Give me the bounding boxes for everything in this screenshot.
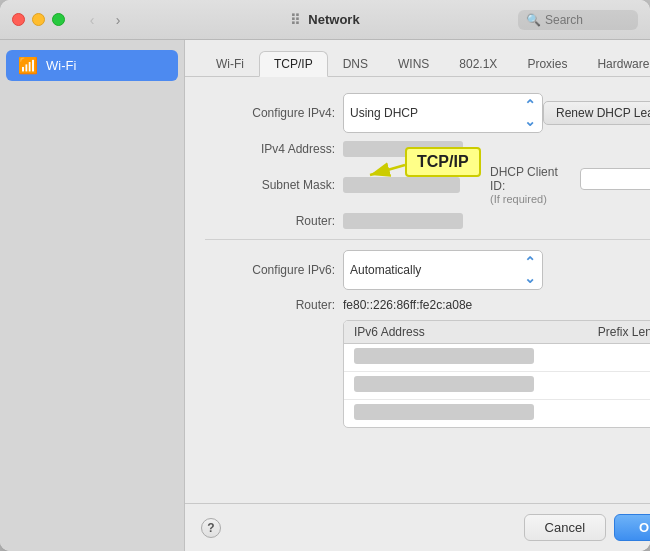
search-bar[interactable]: 🔍 xyxy=(518,10,638,30)
tab-dns[interactable]: DNS xyxy=(328,51,383,77)
ipv6-addr-cell xyxy=(354,404,579,423)
ipv6-addr-cell xyxy=(354,348,579,367)
right-section-ipv4: Renew DHCP Lease xyxy=(543,101,650,125)
back-button[interactable]: ‹ xyxy=(81,9,103,31)
configure-ipv6-value: Automatically xyxy=(350,263,421,277)
svg-line-1 xyxy=(370,165,405,175)
titlebar: ‹ › ⠿ Network 🔍 xyxy=(0,0,650,40)
cancel-button[interactable]: Cancel xyxy=(524,514,606,541)
tab-8021x[interactable]: 802.1X xyxy=(444,51,512,77)
tab-hardware[interactable]: Hardware xyxy=(582,51,650,77)
dhcp-client-section: DHCP Client ID: (If required) xyxy=(490,165,650,205)
router-value xyxy=(343,213,463,229)
wifi-icon: 📶 xyxy=(18,56,38,75)
ipv6-prefix-cell: 64 xyxy=(579,351,650,365)
tab-wifi[interactable]: Wi-Fi xyxy=(201,51,259,77)
sidebar-item-label: Wi-Fi xyxy=(46,58,76,73)
tab-tcpip[interactable]: TCP/IP xyxy=(259,51,328,77)
dhcp-client-id-label: DHCP Client ID: xyxy=(490,165,572,193)
tab-proxies[interactable]: Proxies xyxy=(512,51,582,77)
ipv6-router-value: fe80::226:86ff:fe2c:a08e xyxy=(343,298,472,312)
search-icon: 🔍 xyxy=(526,13,541,27)
subnet-mask-row: Subnet Mask: DHCP Client ID: (If require… xyxy=(205,165,650,205)
tabs: Wi-Fi TCP/IP DNS WINS 802.1X Proxies Har… xyxy=(185,40,650,77)
table-row: 64 xyxy=(344,400,650,427)
router-row: Router: xyxy=(205,213,650,229)
divider xyxy=(205,239,650,240)
ipv6-table: IPv6 Address Prefix Length 64 xyxy=(343,320,650,428)
ipv6-addr-blurred xyxy=(354,376,534,392)
configure-ipv4-label: Configure IPv4: xyxy=(205,106,335,120)
ipv6-prefix-cell: 64 xyxy=(579,379,650,393)
form-area: Configure IPv4: Using DHCP ⌃⌄ Renew DHCP… xyxy=(185,77,650,503)
content-area: 📶 Wi-Fi Wi-Fi TCP/IP DNS WINS 802.1X Pro… xyxy=(0,40,650,551)
sidebar-item-wifi[interactable]: 📶 Wi-Fi xyxy=(6,50,178,81)
configure-ipv4-select[interactable]: Using DHCP ⌃⌄ xyxy=(343,93,543,133)
dhcp-client-id-input[interactable] xyxy=(580,168,650,190)
subnet-mask-label: Subnet Mask: xyxy=(205,178,335,192)
table-row: 64 xyxy=(344,372,650,400)
ipv6-addr-blurred xyxy=(354,404,534,420)
configure-ipv6-select[interactable]: Automatically ⌃⌄ xyxy=(343,250,543,290)
bottom-bar: ? Cancel OK xyxy=(185,503,650,551)
ipv6-addr-cell xyxy=(354,376,579,395)
tab-wins[interactable]: WINS xyxy=(383,51,444,77)
forward-button[interactable]: › xyxy=(107,9,129,31)
ipv6-col-prefix-header: Prefix Length xyxy=(579,325,650,339)
table-row: 64 xyxy=(344,344,650,372)
titlebar-title: ⠿ Network xyxy=(290,12,359,28)
grid-icon: ⠿ xyxy=(290,12,300,28)
ipv6-table-header: IPv6 Address Prefix Length xyxy=(344,321,650,344)
ipv6-col-addr-header: IPv6 Address xyxy=(354,325,579,339)
renew-dhcp-button[interactable]: Renew DHCP Lease xyxy=(543,101,650,125)
configure-ipv4-value: Using DHCP xyxy=(350,106,418,120)
tooltip-label: TCP/IP xyxy=(417,153,469,170)
chevron-icon: ⌃⌄ xyxy=(524,97,536,129)
bottom-buttons: Cancel OK xyxy=(524,514,650,541)
minimize-button[interactable] xyxy=(32,13,45,26)
maximize-button[interactable] xyxy=(52,13,65,26)
configure-ipv6-row: Configure IPv6: Automatically ⌃⌄ xyxy=(205,250,650,290)
close-button[interactable] xyxy=(12,13,25,26)
subnet-mask-value xyxy=(343,177,460,193)
sidebar: 📶 Wi-Fi xyxy=(0,40,185,551)
configure-ipv4-row: Configure IPv4: Using DHCP ⌃⌄ Renew DHCP… xyxy=(205,93,650,133)
search-input[interactable] xyxy=(545,13,625,27)
tooltip-box: TCP/IP xyxy=(405,147,481,177)
dhcp-client-id-row: DHCP Client ID: xyxy=(490,165,650,193)
ipv6-addr-blurred xyxy=(354,348,534,364)
window: ‹ › ⠿ Network 🔍 📶 Wi-Fi Wi-Fi TCP/IP D xyxy=(0,0,650,551)
ipv6-router-label: Router: xyxy=(205,298,335,312)
ipv4-address-label: IPv4 Address: xyxy=(205,142,335,156)
traffic-lights xyxy=(12,13,65,26)
ok-button[interactable]: OK xyxy=(614,514,650,541)
chevron-icon-2: ⌃⌄ xyxy=(524,254,536,286)
window-title: Network xyxy=(308,12,359,27)
if-required-text: (If required) xyxy=(490,193,547,205)
help-button[interactable]: ? xyxy=(201,518,221,538)
ipv6-router-row: Router: fe80::226:86ff:fe2c:a08e xyxy=(205,298,650,312)
ipv6-prefix-cell: 64 xyxy=(579,407,650,421)
configure-ipv6-label: Configure IPv6: xyxy=(205,263,335,277)
main-panel: Wi-Fi TCP/IP DNS WINS 802.1X Proxies Har… xyxy=(185,40,650,551)
router-label: Router: xyxy=(205,214,335,228)
nav-arrows: ‹ › xyxy=(81,9,129,31)
